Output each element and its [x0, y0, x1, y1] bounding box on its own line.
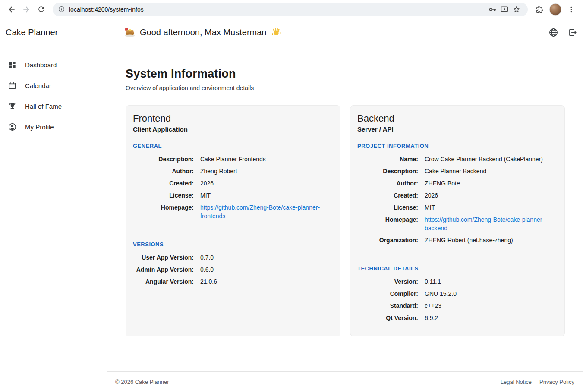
- info-row: Qt Version: 6.9.2: [357, 314, 558, 322]
- person-icon: [8, 122, 17, 132]
- section-heading: VERSIONS: [133, 241, 333, 248]
- info-row: Name: Crow Cake Planner Backend (CakePla…: [357, 155, 558, 163]
- info-value: Cake Planner Frontends: [200, 155, 266, 163]
- dashboard-icon: [8, 60, 17, 69]
- language-button[interactable]: [545, 24, 561, 41]
- info-value: 2026: [200, 179, 214, 188]
- info-value: 6.9.2: [425, 314, 438, 322]
- sidebar: Dashboard Calendar Hall of Fame My Profi…: [0, 46, 107, 392]
- info-row: User App Version: 0.7.0: [133, 253, 333, 262]
- frontend-card: Frontend Client Application GENERAL Desc…: [126, 105, 340, 336]
- card-title: Frontend: [133, 113, 333, 124]
- legal-notice-link[interactable]: Legal Notice: [501, 379, 532, 385]
- info-label: Homepage:: [357, 215, 418, 232]
- waving-hand-emoji: [271, 27, 281, 38]
- backend-card: Backend Server / API PROJECT INFORMATION…: [350, 105, 565, 336]
- info-row: Version: 0.11.1: [357, 277, 558, 286]
- main-content: System Information Overview of applicati…: [107, 46, 583, 371]
- info-label: Organization:: [357, 236, 418, 245]
- info-row: Compiler: GNU 15.2.0: [357, 289, 558, 298]
- app-title: Cake Planner: [0, 28, 107, 38]
- greeting: Good afternoon, Max Musterman: [124, 27, 281, 38]
- info-label: License:: [133, 191, 194, 200]
- browser-toolbar: localhost:4200/system-infos: [0, 0, 583, 19]
- globe-icon: [548, 28, 558, 38]
- footer: © 2026 Cake Planner Legal Notice Privacy…: [107, 372, 583, 392]
- info-label: Standard:: [357, 301, 418, 310]
- reload-button[interactable]: [34, 2, 48, 17]
- forward-icon: [22, 5, 31, 14]
- key-icon[interactable]: [486, 3, 498, 16]
- info-label: License:: [357, 203, 418, 212]
- info-label: Description:: [357, 167, 418, 176]
- trophy-icon: [8, 102, 17, 111]
- info-value: Zheng Robert: [200, 167, 237, 176]
- info-value: 21.0.6: [200, 277, 217, 286]
- profile-avatar[interactable]: [549, 3, 561, 16]
- info-row: Description: Cake Planner Backend: [357, 167, 558, 176]
- privacy-policy-link[interactable]: Privacy Policy: [539, 379, 574, 385]
- sidebar-item-label: Calendar: [25, 82, 51, 89]
- extensions-icon: [535, 5, 544, 14]
- browser-menu-button[interactable]: [564, 2, 579, 17]
- install-icon[interactable]: [498, 3, 511, 16]
- back-button[interactable]: [4, 2, 19, 17]
- info-label: Qt Version:: [357, 314, 418, 322]
- backend-homepage-link[interactable]: https://github.com/Zheng-Bote/cake-plann…: [425, 215, 554, 232]
- info-value: 0.7.0: [200, 253, 214, 262]
- bookmark-star-icon[interactable]: [511, 3, 523, 16]
- info-value: Crow Cake Planner Backend (CakePlanner): [425, 155, 543, 163]
- sidebar-item-my-profile[interactable]: My Profile: [0, 116, 107, 137]
- frontend-homepage-link[interactable]: https://github.com/Zheng-Bote/cake-plann…: [200, 203, 330, 220]
- info-label: Created:: [357, 191, 418, 200]
- info-row: License: MIT: [357, 203, 558, 212]
- section-heading: GENERAL: [133, 143, 333, 149]
- info-label: Version:: [357, 277, 418, 286]
- info-label: Author:: [133, 167, 194, 176]
- info-label: Homepage:: [133, 203, 194, 220]
- info-row: Homepage: https://github.com/Zheng-Bote/…: [133, 203, 333, 220]
- site-info-icon[interactable]: [58, 6, 65, 13]
- info-value: c++23: [425, 301, 441, 310]
- info-label: Author:: [357, 179, 418, 188]
- back-icon: [7, 5, 16, 14]
- address-bar[interactable]: localhost:4200/system-infos: [53, 3, 528, 16]
- forward-button[interactable]: [19, 2, 34, 17]
- sidebar-item-calendar[interactable]: Calendar: [0, 75, 107, 96]
- logout-button[interactable]: [564, 24, 580, 41]
- info-value: MIT: [425, 203, 435, 212]
- url-text[interactable]: localhost:4200/system-infos: [69, 6, 144, 13]
- sidebar-item-label: Dashboard: [25, 61, 57, 69]
- calendar-icon: [8, 81, 17, 90]
- section-heading: TECHNICAL DETAILS: [357, 265, 558, 272]
- info-label: Description:: [133, 155, 194, 163]
- card-divider: [133, 231, 333, 231]
- sidebar-item-label: My Profile: [25, 123, 54, 131]
- info-row: Organization: ZHENG Robert (net.hase-zhe…: [357, 236, 558, 245]
- info-value: 0.11.1: [425, 277, 441, 286]
- sidebar-item-dashboard[interactable]: Dashboard: [0, 54, 107, 75]
- reload-icon: [37, 5, 45, 13]
- info-label: Angular Version:: [133, 277, 194, 286]
- info-label: User App Version:: [133, 253, 194, 262]
- info-value: ZHENG Bote: [425, 179, 460, 188]
- menu-dots-icon: [567, 6, 575, 13]
- info-value: 0.6.0: [200, 265, 214, 274]
- sidebar-item-hall-of-fame[interactable]: Hall of Fame: [0, 96, 107, 116]
- info-row: Homepage: https://github.com/Zheng-Bote/…: [357, 215, 558, 232]
- info-row: Created: 2026: [133, 179, 333, 188]
- info-value: GNU 15.2.0: [425, 289, 457, 298]
- greeting-text: Good afternoon, Max Musterman: [140, 28, 266, 38]
- app-header: Cake Planner Good afternoon, Max Musterm…: [0, 19, 583, 46]
- info-row: Author: ZHENG Bote: [357, 179, 558, 188]
- info-row: Admin App Version: 0.6.0: [133, 265, 333, 274]
- extensions-button[interactable]: [532, 2, 547, 17]
- card-title: Backend: [357, 113, 558, 124]
- section-heading: PROJECT INFORMATION: [357, 143, 558, 149]
- info-label: Admin App Version:: [133, 265, 194, 274]
- pancakes-emoji: [124, 27, 135, 38]
- page-title: System Information: [126, 67, 565, 81]
- info-row: Angular Version: 21.0.6: [133, 277, 333, 286]
- info-label: Created:: [133, 179, 194, 188]
- info-cards: Frontend Client Application GENERAL Desc…: [126, 105, 565, 336]
